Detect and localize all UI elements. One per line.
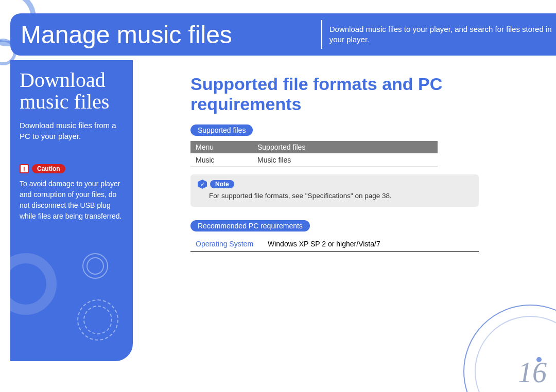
supported-files-table: Menu Supported files Music Music files [190,141,438,167]
caution-text: To avoid damage to your player and corru… [20,179,124,222]
table-row: Operating System Windows XP SP 2 or high… [190,237,479,252]
table-row: Music Music files [190,153,438,167]
main-content: Supported file formats and PC requiremen… [190,74,542,252]
sidebar-title: Download music files [20,69,124,113]
page-number: 16 [518,356,547,389]
table-cell-menu: Music [190,153,252,167]
page-title: Supported file formats and PC requiremen… [190,74,542,114]
caution-label: Caution [32,164,65,173]
table-cell-files: Music files [252,153,438,167]
header-divider [321,20,322,49]
sidebar: Download music files Download music file… [10,60,133,361]
note-text: For supported file formats, see "Specifi… [198,192,472,200]
req-value: Windows XP SP 2 or higher/Vista/7 [263,237,479,252]
header-title: Manage music files [10,21,314,49]
header-bar: Manage music files Download music files … [10,13,556,56]
caution-heading: ! Caution [20,164,124,173]
sidebar-subtitle: Download music files from a PC to your p… [20,120,124,141]
pc-requirements-heading: Recommended PC requirements [190,220,310,231]
pc-requirements-table: Operating System Windows XP SP 2 or high… [190,237,479,252]
note-box: ✓ Note For supported file formats, see "… [190,174,479,207]
supported-files-heading: Supported files [190,124,253,136]
header-description: Download music files to your player, and… [329,24,556,45]
note-label: Note [210,180,234,188]
req-label: Operating System [190,237,263,252]
table-header-menu: Menu [190,141,252,153]
table-header-supported: Supported files [252,141,438,153]
note-icon: ✓ [198,180,207,189]
caution-icon: ! [20,164,29,173]
